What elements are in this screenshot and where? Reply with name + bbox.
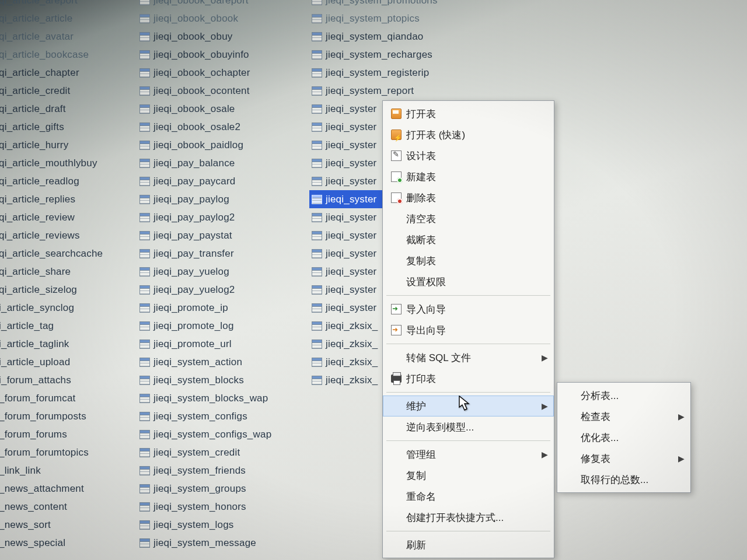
table-item[interactable]: jieqi_system_friends	[137, 461, 309, 480]
table-item[interactable]: jieqi_system_configs_wap	[137, 425, 309, 443]
table-item[interactable]: jieqi_obook_obook	[137, 9, 309, 27]
table-item[interactable]: i_forum_attachs	[0, 371, 137, 389]
table-item[interactable]: jieqi_obook_obuy	[137, 27, 309, 46]
table-item[interactable]: qi_article_credit	[0, 82, 137, 100]
table-item[interactable]: jieqi_obook_osale2	[137, 118, 309, 136]
submenu-maintain[interactable]: 分析表...检查表▶优化表...修复表▶取得行的总数...	[557, 382, 691, 493]
menu-item[interactable]: 设计表	[383, 145, 554, 166]
table-item[interactable]: jieqi_system_groups	[137, 480, 309, 498]
table-item[interactable]: jieqi_pay_paystat	[137, 226, 309, 244]
table-item[interactable]: jieqi_pay_yuelog2	[137, 281, 309, 299]
table-item[interactable]: qi_article_review	[0, 208, 137, 226]
table-item[interactable]: jieqi_system_registerip	[309, 64, 490, 82]
context-menu[interactable]: 打开表打开表 (快速)设计表新建表删除表清空表截断表复制表设置权限导入向导导出向…	[382, 100, 554, 558]
table-item[interactable]: jieqi_obook_osale	[137, 100, 309, 118]
table-item[interactable]: jieqi_system_configs	[137, 407, 309, 425]
table-item[interactable]: jieqi_obook_paidlog	[137, 136, 309, 154]
table-item[interactable]: jieqi_obook_obuyinfo	[137, 46, 309, 64]
table-item[interactable]: _news_special	[0, 534, 137, 552]
table-item[interactable]: qi_article_replies	[0, 190, 137, 208]
menu-item[interactable]: 复制表	[383, 250, 554, 271]
table-item[interactable]: jieqi_pay_paycard	[137, 172, 309, 190]
menu-separator	[386, 344, 550, 344]
table-item[interactable]: _forum_forumposts	[0, 407, 137, 425]
table-item[interactable]: jieqi_pay_paylog2	[137, 208, 309, 226]
table-item[interactable]: qi_article_reviews	[0, 226, 137, 244]
table-item[interactable]: qi_article_gifts	[0, 118, 137, 136]
table-item[interactable]: qi_article_share	[0, 262, 137, 281]
menu-item[interactable]: 新建表	[383, 166, 554, 187]
table-item-label: qi_article_share	[0, 266, 71, 278]
table-item-label: jieqi_zksix_	[326, 320, 378, 332]
menu-item[interactable]: 重命名	[383, 486, 554, 507]
menu-item[interactable]: 创建打开表快捷方式...	[383, 507, 554, 528]
table-icon	[139, 213, 150, 222]
table-item[interactable]: i_article_upload	[0, 353, 137, 371]
menu-item[interactable]: 修复表▶	[557, 448, 690, 469]
table-item[interactable]: jieqi_obook_ocontent	[137, 82, 309, 100]
table-item[interactable]: jieqi_pay_balance	[137, 154, 309, 172]
table-item[interactable]: _forum_forums	[0, 425, 137, 443]
table-item[interactable]: jieqi_pay_yuelog	[137, 262, 309, 281]
table-item[interactable]: _link_link	[0, 461, 137, 480]
table-item[interactable]: _news_content	[0, 498, 137, 516]
table-item[interactable]: qi_article_readlog	[0, 172, 137, 190]
table-item[interactable]: qi_article_mouthlybuy	[0, 154, 137, 172]
table-item[interactable]: jieqi_system_honors	[137, 498, 309, 516]
table-item[interactable]: jieqi_system_qiandao	[309, 27, 490, 46]
table-item[interactable]: jieqi_system_message	[137, 534, 309, 552]
table-item[interactable]: _news_sort	[0, 516, 137, 534]
menu-item[interactable]: 转储 SQL 文件▶	[383, 347, 554, 368]
table-item[interactable]: _forum_forumcat	[0, 389, 137, 407]
table-item[interactable]: jieqi_system_recharges	[309, 46, 490, 64]
menu-item[interactable]: 检查表▶	[557, 406, 690, 427]
table-item[interactable]: qi_article_areport	[0, 0, 137, 9]
table-item[interactable]: jieqi_promote_url	[137, 335, 309, 353]
menu-item[interactable]: 维护▶	[383, 396, 554, 416]
menu-item[interactable]: 导入向导	[383, 299, 554, 320]
table-item[interactable]: qi_article_article	[0, 9, 137, 27]
menu-item[interactable]: 设置权限	[383, 271, 554, 292]
menu-item[interactable]: 优化表...	[557, 427, 690, 448]
menu-item[interactable]: 复制	[383, 465, 554, 486]
table-item[interactable]: _news_attachment	[0, 480, 137, 498]
table-item[interactable]: i_article_taglink	[0, 335, 137, 353]
table-item[interactable]: qi_article_bookcase	[0, 46, 137, 64]
menu-item[interactable]: 导出向导	[383, 320, 554, 341]
table-item[interactable]: jieqi_system_logs	[137, 516, 309, 534]
table-item[interactable]: jieqi_system_report	[309, 82, 490, 100]
table-item[interactable]: _forum_forumtopics	[0, 443, 137, 461]
table-item[interactable]: jieqi_obook_oareport	[137, 0, 309, 9]
menu-item[interactable]: 打开表 (快速)	[383, 124, 554, 145]
table-item[interactable]: jieqi_pay_paylog	[137, 190, 309, 208]
table-item[interactable]: jieqi_promote_ip	[137, 299, 309, 317]
table-item[interactable]: jieqi_obook_ochapter	[137, 64, 309, 82]
table-item-label: jieqi_zksix_	[326, 374, 378, 386]
menu-item[interactable]: 刷新	[383, 534, 554, 555]
table-item[interactable]: i_article_tag	[0, 317, 137, 335]
table-item[interactable]: jieqi_system_blocks_wap	[137, 389, 309, 407]
menu-item[interactable]: 截断表	[383, 229, 554, 250]
table-item[interactable]: jieqi_system_action	[137, 353, 309, 371]
menu-item[interactable]: 逆向表到模型...	[383, 416, 554, 438]
table-item[interactable]: jieqi_pay_transfer	[137, 244, 309, 262]
table-item[interactable]: jieqi_promote_log	[137, 317, 309, 335]
table-item[interactable]: qi_article_hurry	[0, 136, 137, 154]
menu-item[interactable]: 管理组▶	[383, 444, 554, 465]
table-item[interactable]: qi_article_sizelog	[0, 281, 137, 299]
menu-item[interactable]: 删除表	[383, 187, 554, 208]
table-item[interactable]: jieqi_system_promotions	[309, 0, 490, 9]
menu-item[interactable]: 清空表	[383, 208, 554, 229]
table-item[interactable]: qi_article_searchcache	[0, 244, 137, 262]
table-item[interactable]: qi_article_avatar	[0, 27, 137, 46]
menu-item[interactable]: 分析表...	[557, 385, 690, 406]
table-item[interactable]: i_article_synclog	[0, 299, 137, 317]
table-item[interactable]: jieqi_system_blocks	[137, 371, 309, 389]
menu-item[interactable]: 打印表	[383, 368, 554, 389]
table-item[interactable]: qi_article_draft	[0, 100, 137, 118]
table-item[interactable]: jieqi_system_credit	[137, 443, 309, 461]
table-item[interactable]: qi_article_chapter	[0, 64, 137, 82]
table-item[interactable]: jieqi_system_ptopics	[309, 9, 490, 27]
menu-item[interactable]: 打开表	[383, 103, 554, 124]
menu-item[interactable]: 取得行的总数...	[557, 469, 690, 490]
